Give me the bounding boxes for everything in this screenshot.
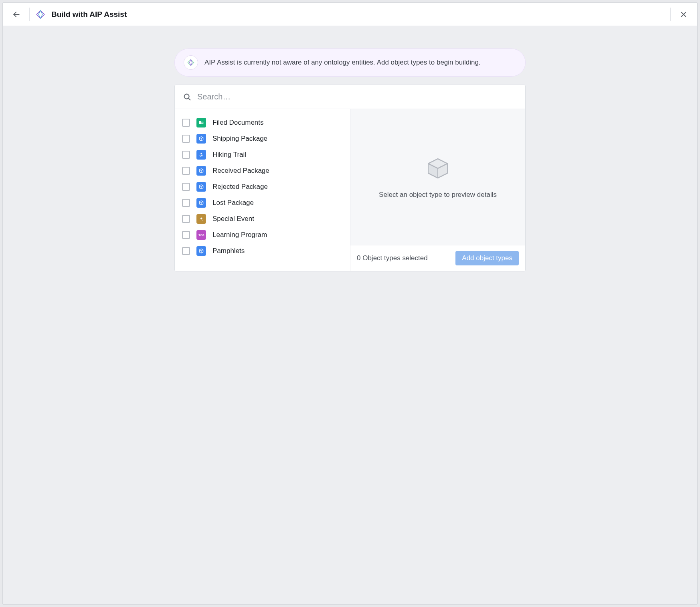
- divider: [670, 8, 671, 21]
- checkbox[interactable]: [182, 231, 190, 239]
- folder-icon: [196, 118, 206, 127]
- svg-point-6: [202, 220, 203, 221]
- object-type-row[interactable]: Pamphlets: [175, 243, 350, 259]
- cube-icon: [425, 156, 451, 181]
- svg-line-4: [188, 98, 190, 99]
- checkbox[interactable]: [182, 151, 190, 159]
- object-type-label: Learning Program: [212, 231, 267, 239]
- aip-logo-icon: [184, 55, 198, 70]
- close-icon: [680, 11, 687, 18]
- divider: [29, 8, 30, 21]
- add-object-types-button[interactable]: Add object types: [455, 251, 519, 265]
- preview-footer: 0 Object types selected Add object types: [350, 245, 525, 271]
- object-type-list: Filed DocumentsShipping PackageHiking Tr…: [175, 109, 350, 271]
- box-icon: [196, 182, 206, 192]
- preview-empty-state: Select an object type to preview details: [350, 109, 525, 245]
- checkbox[interactable]: [182, 199, 190, 207]
- object-type-row[interactable]: Filed Documents: [175, 115, 350, 131]
- arrow-left-icon: [12, 10, 20, 18]
- box-icon: [196, 198, 206, 208]
- search-row: [175, 85, 525, 109]
- checkbox[interactable]: [182, 167, 190, 175]
- checkbox[interactable]: [182, 135, 190, 143]
- checkbox[interactable]: [182, 119, 190, 127]
- sparkle-icon: [196, 214, 206, 224]
- box-icon: [196, 246, 206, 256]
- selected-count: 0 Object types selected: [357, 254, 428, 262]
- num-icon: 123: [196, 230, 206, 240]
- object-type-row[interactable]: Special Event: [175, 211, 350, 227]
- object-type-picker: Filed DocumentsShipping PackageHiking Tr…: [174, 85, 526, 271]
- info-banner-text: AIP Assist is currently not aware of any…: [204, 59, 481, 67]
- object-type-row[interactable]: Received Package: [175, 163, 350, 179]
- info-banner: AIP Assist is currently not aware of any…: [174, 49, 526, 77]
- preview-panel: Select an object type to preview details…: [350, 109, 525, 271]
- checkbox[interactable]: [182, 215, 190, 223]
- object-type-label: Pamphlets: [212, 247, 245, 255]
- object-type-row[interactable]: Lost Package: [175, 195, 350, 211]
- object-type-row[interactable]: Rejected Package: [175, 179, 350, 195]
- object-type-row[interactable]: Hiking Trail: [175, 147, 350, 163]
- modal: Build with AIP Assist AIP Assist is curr…: [2, 2, 698, 605]
- back-button[interactable]: [9, 7, 24, 22]
- object-type-row[interactable]: Shipping Package: [175, 131, 350, 147]
- object-type-label: Lost Package: [212, 199, 254, 207]
- object-type-label: Hiking Trail: [212, 151, 246, 159]
- modal-title: Build with AIP Assist: [51, 10, 127, 19]
- checkbox[interactable]: [182, 183, 190, 191]
- aip-logo-icon: [35, 9, 46, 20]
- close-button[interactable]: [676, 7, 691, 22]
- search-input[interactable]: [197, 92, 517, 101]
- content-area: AIP Assist is currently not aware of any…: [3, 26, 697, 604]
- box-icon: [196, 134, 206, 144]
- object-type-label: Filed Documents: [212, 119, 264, 127]
- svg-point-5: [200, 153, 202, 154]
- person-icon: [196, 150, 206, 160]
- object-type-label: Special Event: [212, 215, 254, 223]
- search-icon: [183, 93, 192, 101]
- box-icon: [196, 166, 206, 176]
- object-type-label: Received Package: [212, 167, 269, 175]
- object-type-row[interactable]: 123Learning Program: [175, 227, 350, 243]
- preview-empty-message: Select an object type to preview details: [379, 191, 497, 199]
- object-type-label: Shipping Package: [212, 135, 267, 143]
- object-type-label: Rejected Package: [212, 183, 268, 191]
- checkbox[interactable]: [182, 247, 190, 255]
- titlebar: Build with AIP Assist: [3, 3, 697, 26]
